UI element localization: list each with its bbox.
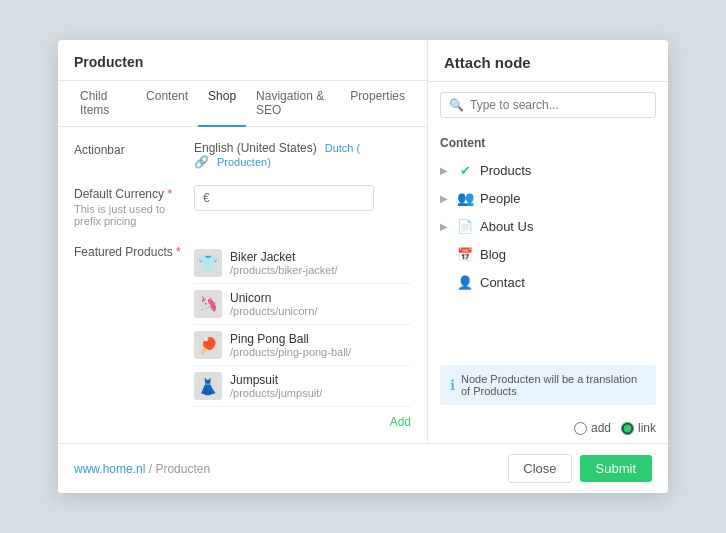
left-panel: Producten Child Items Content Shop Navig… bbox=[58, 40, 428, 443]
tree-label: Blog bbox=[480, 247, 506, 262]
search-input[interactable] bbox=[470, 98, 647, 112]
actionbar-value: English (United States) Dutch ( 🔗 Produc… bbox=[194, 141, 411, 169]
radio-add-label: add bbox=[591, 421, 611, 435]
breadcrumb-home-link[interactable]: www.home.nl bbox=[74, 462, 145, 476]
tree-label: Products bbox=[480, 163, 531, 178]
tabs: Child Items Content Shop Navigation & SE… bbox=[58, 81, 427, 127]
radio-add-input[interactable] bbox=[574, 422, 587, 435]
search-icon: 🔍 bbox=[449, 98, 464, 112]
product-name: Unicorn bbox=[230, 291, 411, 305]
check-icon: ✔ bbox=[456, 161, 474, 179]
actionbar-row: Actionbar English (United States) Dutch … bbox=[74, 141, 411, 169]
lang-dutch: Dutch ( bbox=[325, 142, 360, 154]
info-bar: ℹ Node Producten will be a translation o… bbox=[440, 365, 656, 405]
list-item: 🦄 Unicorn /products/unicorn/ bbox=[194, 284, 411, 325]
lang-link-row: 🔗 Producten) bbox=[194, 155, 411, 169]
tree-item-products[interactable]: ▶ ✔ Products bbox=[440, 156, 656, 184]
featured-label: Featured Products * bbox=[74, 243, 194, 259]
product-path: /products/unicorn/ bbox=[230, 305, 411, 317]
left-content: Actionbar English (United States) Dutch … bbox=[58, 127, 427, 443]
product-path: /products/ping-pong-ball/ bbox=[230, 346, 411, 358]
list-item: 👗 Jumpsuit /products/jumpsuit/ bbox=[194, 366, 411, 407]
content-heading: Content bbox=[440, 136, 656, 150]
product-info: Jumpsuit /products/jumpsuit/ bbox=[230, 373, 411, 399]
arrow-icon: ▶ bbox=[440, 165, 450, 176]
product-path: /products/jumpsuit/ bbox=[230, 387, 411, 399]
tab-navigation-seo[interactable]: Navigation & SEO bbox=[246, 81, 340, 127]
tab-content[interactable]: Content bbox=[136, 81, 198, 127]
user-icon: 👤 bbox=[456, 273, 474, 291]
people-icon: 👥 bbox=[456, 189, 474, 207]
attach-node-title: Attach node bbox=[428, 40, 668, 82]
footer-buttons: Close Submit bbox=[508, 454, 652, 483]
list-item: 👕 Biker Jacket /products/biker-jacket/ bbox=[194, 243, 411, 284]
product-thumb: 👗 bbox=[194, 372, 222, 400]
product-path: /products/biker-jacket/ bbox=[230, 264, 411, 276]
page-icon: 📄 bbox=[456, 217, 474, 235]
submit-button[interactable]: Submit bbox=[580, 455, 652, 482]
radio-link[interactable]: link bbox=[621, 421, 656, 435]
currency-note: This is just used to prefix pricing bbox=[74, 203, 194, 227]
tab-child-items[interactable]: Child Items bbox=[70, 81, 136, 127]
modal: Producten Child Items Content Shop Navig… bbox=[58, 40, 668, 493]
tree-label: About Us bbox=[480, 219, 533, 234]
close-button[interactable]: Close bbox=[508, 454, 571, 483]
panel-title: Producten bbox=[58, 40, 427, 81]
calendar-icon: 📅 bbox=[456, 245, 474, 263]
product-name: Jumpsuit bbox=[230, 373, 411, 387]
link-icon: 🔗 bbox=[194, 155, 209, 169]
tree-label: Contact bbox=[480, 275, 525, 290]
radio-row: add link bbox=[428, 413, 668, 443]
featured-required: * bbox=[173, 245, 181, 259]
currency-required: * bbox=[164, 187, 172, 201]
tree-item-blog[interactable]: ▶ 📅 Blog bbox=[440, 240, 656, 268]
product-thumb: 🏓 bbox=[194, 331, 222, 359]
product-info: Unicorn /products/unicorn/ bbox=[230, 291, 411, 317]
tree-item-contact[interactable]: ▶ 👤 Contact bbox=[440, 268, 656, 296]
radio-link-label: link bbox=[638, 421, 656, 435]
currency-input[interactable] bbox=[194, 185, 374, 211]
product-list: 👕 Biker Jacket /products/biker-jacket/ 🦄… bbox=[194, 243, 411, 429]
tab-properties[interactable]: Properties bbox=[340, 81, 415, 127]
add-link[interactable]: Add bbox=[194, 407, 411, 429]
right-panel: Attach node 🔍 Content ▶ ✔ Products ▶ 👥 P… bbox=[428, 40, 668, 443]
modal-footer: www.home.nl / Producten Close Submit bbox=[58, 443, 668, 493]
tree-item-about-us[interactable]: ▶ 📄 About Us bbox=[440, 212, 656, 240]
currency-row: Default Currency * This is just used to … bbox=[74, 185, 411, 227]
tree-label: People bbox=[480, 191, 520, 206]
product-info: Ping Pong Ball /products/ping-pong-ball/ bbox=[230, 332, 411, 358]
currency-field-value bbox=[194, 185, 411, 211]
lang-row: English (United States) Dutch ( bbox=[194, 141, 411, 155]
arrow-icon: ▶ bbox=[440, 193, 450, 204]
arrow-icon: ▶ bbox=[440, 221, 450, 232]
product-name: Biker Jacket bbox=[230, 250, 411, 264]
tree-item-people[interactable]: ▶ 👥 People bbox=[440, 184, 656, 212]
product-thumb: 🦄 bbox=[194, 290, 222, 318]
radio-add[interactable]: add bbox=[574, 421, 611, 435]
product-name: Ping Pong Ball bbox=[230, 332, 411, 346]
product-thumb: 👕 bbox=[194, 249, 222, 277]
lang-label: English (United States) bbox=[194, 141, 317, 155]
producten-link[interactable]: Producten) bbox=[217, 156, 271, 168]
info-icon: ℹ bbox=[450, 377, 455, 393]
content-section: Content ▶ ✔ Products ▶ 👥 People ▶ 📄 bbox=[428, 128, 668, 304]
featured-products-row: Featured Products * 👕 Biker Jacket /prod… bbox=[74, 243, 411, 429]
actionbar-label: Actionbar bbox=[74, 141, 194, 157]
breadcrumb: www.home.nl / Producten bbox=[74, 462, 210, 476]
breadcrumb-current: Producten bbox=[155, 462, 210, 476]
product-info: Biker Jacket /products/biker-jacket/ bbox=[230, 250, 411, 276]
currency-label: Default Currency * This is just used to … bbox=[74, 185, 194, 227]
list-item: 🏓 Ping Pong Ball /products/ping-pong-bal… bbox=[194, 325, 411, 366]
tab-shop[interactable]: Shop bbox=[198, 81, 246, 127]
modal-body: Producten Child Items Content Shop Navig… bbox=[58, 40, 668, 443]
radio-link-input[interactable] bbox=[621, 422, 634, 435]
info-text: Node Producten will be a translation of … bbox=[461, 373, 646, 397]
search-box: 🔍 bbox=[440, 92, 656, 118]
